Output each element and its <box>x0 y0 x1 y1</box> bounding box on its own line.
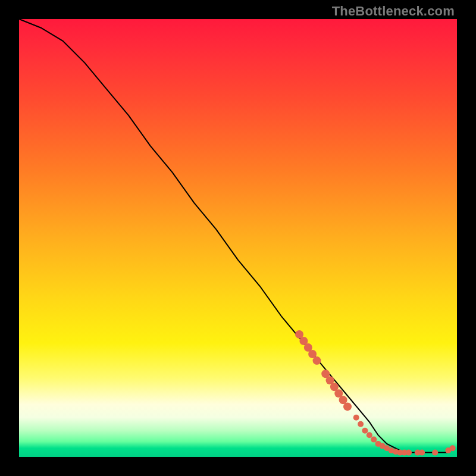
chart-frame: TheBottleneck.com <box>0 0 476 476</box>
data-marker <box>358 421 364 427</box>
watermark-text: TheBottleneck.com <box>332 4 455 19</box>
curve-line <box>19 19 453 453</box>
data-marker <box>450 445 456 451</box>
data-marker <box>406 450 412 456</box>
data-marker <box>343 402 352 411</box>
data-marker <box>367 432 372 438</box>
data-marker <box>419 450 425 456</box>
data-marker <box>432 450 438 456</box>
data-marker <box>313 356 321 365</box>
data-marker <box>353 415 359 421</box>
data-marker <box>371 437 377 443</box>
data-marker <box>362 428 368 434</box>
plot-area <box>19 19 457 457</box>
chart-svg <box>19 19 457 457</box>
marker-group <box>295 330 456 456</box>
